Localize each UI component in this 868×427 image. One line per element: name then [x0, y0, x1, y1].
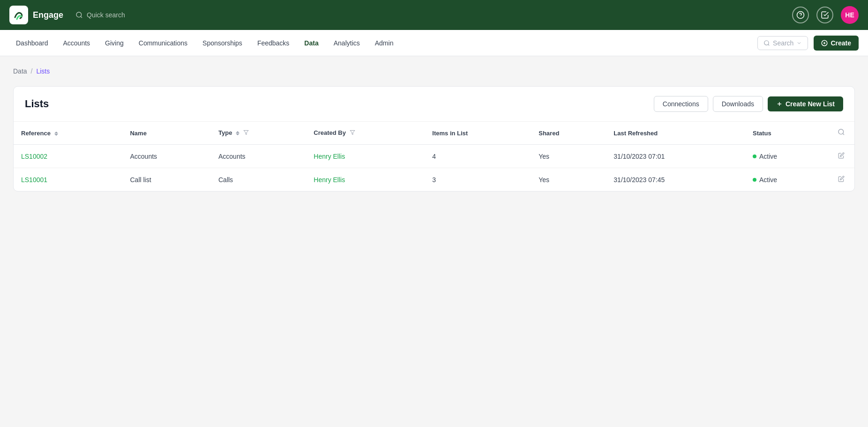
top-bar: Engage Quick search HE [0, 0, 868, 30]
cell-created-by-0: Henry Ellis [306, 145, 425, 168]
cell-edit-1 [828, 168, 854, 191]
status-dot-1 [753, 178, 756, 182]
filter-icon-created-by[interactable] [350, 130, 355, 137]
cell-created-by-1: Henry Ellis [306, 168, 425, 191]
nav-item-sponsorships[interactable]: Sponsorships [196, 36, 249, 51]
lists-header: Lists Connections Downloads Create New L… [14, 87, 854, 122]
cell-reference-1: LS10001 [14, 168, 122, 191]
table-row: LS10001 Call list Calls Henry Ellis 3 Ye… [14, 168, 854, 191]
sort-icon-reference [54, 132, 58, 136]
col-header-name[interactable]: Name [122, 122, 211, 145]
cell-status-1: Active [745, 168, 828, 191]
create-list-label: Create New List [786, 100, 835, 108]
quick-search[interactable]: Quick search [75, 11, 125, 19]
top-bar-actions: HE [792, 6, 859, 24]
cell-items-0: 4 [425, 145, 531, 168]
user-avatar[interactable]: HE [841, 6, 859, 24]
nav-item-admin[interactable]: Admin [368, 36, 400, 51]
cell-name-0: Accounts [122, 145, 211, 168]
cell-type-1: Calls [211, 168, 306, 191]
status-label-1: Active [759, 176, 777, 184]
status-badge-0: Active [753, 153, 821, 160]
cell-last-refreshed-1: 31/10/2023 07:45 [606, 168, 745, 191]
tasks-button[interactable] [816, 7, 833, 23]
col-header-items-in-list: Items in List [425, 122, 531, 145]
secondary-nav: Dashboard Accounts Giving Communications… [0, 30, 868, 56]
cell-shared-0: Yes [531, 145, 606, 168]
status-dot-0 [753, 155, 756, 158]
create-list-button[interactable]: Create New List [768, 96, 843, 111]
status-label-0: Active [759, 153, 777, 160]
edit-icon-1[interactable] [836, 174, 846, 185]
col-header-status: Status [745, 122, 828, 145]
nav-item-accounts[interactable]: Accounts [57, 36, 97, 51]
filter-icon-type[interactable] [243, 130, 249, 137]
reference-link-0[interactable]: LS10002 [21, 153, 47, 160]
col-header-type[interactable]: Type [211, 122, 306, 145]
nav-item-dashboard[interactable]: Dashboard [9, 36, 55, 51]
nav-item-feedbacks[interactable]: Feedbacks [251, 36, 296, 51]
lists-table: Reference Name Type [14, 122, 854, 191]
table-header-row: Reference Name Type [14, 122, 854, 145]
creator-link-1[interactable]: Henry Ellis [314, 176, 345, 184]
col-header-shared: Shared [531, 122, 606, 145]
breadcrumb-parent[interactable]: Data [13, 67, 27, 75]
svg-point-0 [76, 12, 82, 17]
lists-title: Lists [25, 98, 49, 110]
col-header-created-by[interactable]: Created By [306, 122, 425, 145]
sort-icon-type [236, 131, 239, 135]
main-content: Data / Lists Lists Connections Downloads… [0, 56, 868, 203]
cell-reference-0: LS10002 [14, 145, 122, 168]
col-header-last-refreshed: Last Refreshed [606, 122, 745, 145]
nav-item-analytics[interactable]: Analytics [327, 36, 367, 51]
reference-link-1[interactable]: LS10001 [21, 176, 47, 184]
cell-items-1: 3 [425, 168, 531, 191]
logo-box [9, 6, 28, 24]
svg-point-3 [764, 40, 769, 44]
svg-point-11 [838, 129, 844, 134]
quick-search-label: Quick search [87, 11, 125, 19]
create-button[interactable]: Create [814, 36, 859, 51]
nav-search[interactable]: Search [757, 36, 808, 50]
connections-button[interactable]: Connections [654, 96, 708, 112]
breadcrumb: Data / Lists [13, 67, 855, 75]
svg-marker-9 [244, 131, 248, 135]
col-header-reference[interactable]: Reference [14, 122, 122, 145]
table-row: LS10002 Accounts Accounts Henry Ellis 4 … [14, 145, 854, 168]
nav-item-giving[interactable]: Giving [98, 36, 130, 51]
table-search-icon[interactable] [836, 127, 847, 139]
downloads-button[interactable]: Downloads [713, 96, 763, 112]
table-wrap: Reference Name Type [14, 122, 854, 191]
cell-edit-0 [828, 145, 854, 168]
edit-icon-0[interactable] [836, 151, 846, 162]
breadcrumb-current: Lists [36, 67, 50, 75]
logo-wrap: Engage [9, 6, 63, 24]
col-header-search[interactable] [828, 122, 854, 145]
nav-item-data[interactable]: Data [298, 36, 325, 51]
nav-item-communications[interactable]: Communications [132, 36, 194, 51]
app-title: Engage [33, 10, 63, 20]
creator-link-0[interactable]: Henry Ellis [314, 153, 345, 160]
lists-panel: Lists Connections Downloads Create New L… [13, 86, 855, 191]
cell-shared-1: Yes [531, 168, 606, 191]
cell-status-0: Active [745, 145, 828, 168]
nav-search-label: Search [773, 39, 793, 47]
svg-marker-10 [350, 131, 355, 135]
breadcrumb-separator: / [31, 67, 33, 75]
help-button[interactable] [792, 7, 809, 23]
cell-name-1: Call list [122, 168, 211, 191]
cell-last-refreshed-0: 31/10/2023 07:01 [606, 145, 745, 168]
cell-type-0: Accounts [211, 145, 306, 168]
status-badge-1: Active [753, 176, 821, 184]
